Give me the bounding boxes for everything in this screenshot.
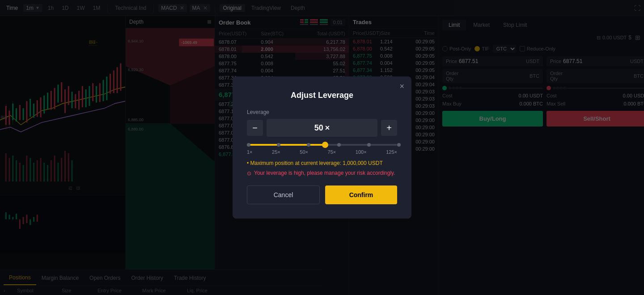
- modal-leverage-input-row: − 50 × +: [247, 119, 397, 137]
- slider-mark-125x: [397, 143, 401, 147]
- modal-title: Adjust Leverage: [247, 91, 397, 100]
- warning-icon: ⊙: [247, 170, 251, 177]
- modal-leverage-label: Leverage: [247, 109, 397, 115]
- modal-overlay: × Adjust Leverage Leverage − 50 × +: [0, 0, 644, 295]
- max-position-amount: 1,000,000: [343, 160, 366, 166]
- slider-mark-50x: [307, 143, 310, 147]
- modal-warning: ⊙ Your leverage is high, please manage y…: [247, 170, 397, 177]
- modal-buttons: Cancel Confirm: [247, 185, 397, 204]
- modal-slider-fill: [247, 144, 325, 146]
- leverage-input-display[interactable]: 50 ×: [267, 119, 377, 137]
- cancel-button[interactable]: Cancel: [247, 185, 320, 204]
- warning-text: Your leverage is high, please manage you…: [254, 170, 395, 176]
- slider-mark-100x: [367, 143, 371, 147]
- leverage-value: 50: [314, 123, 323, 133]
- leverage-increase-button[interactable]: +: [381, 120, 397, 136]
- modal-slider-labels: 1× 25× 50× 75× 100× 125×: [247, 149, 397, 155]
- modal-close-button[interactable]: ×: [399, 82, 404, 91]
- modal-slider-thumb[interactable]: [322, 142, 328, 148]
- slider-mark-75x: [337, 143, 341, 147]
- leverage-decrease-button[interactable]: −: [247, 120, 263, 136]
- max-position-unit: USDT: [368, 160, 383, 166]
- slider-mark-1x: [247, 143, 250, 147]
- modal-slider-area[interactable]: 1× 25× 50× 75× 100× 125×: [247, 144, 397, 155]
- leverage-symbol: ×: [325, 123, 330, 133]
- modal-max-position: • Maximum position at current leverage: …: [247, 160, 397, 166]
- modal-slider-track[interactable]: [247, 144, 397, 146]
- adjust-leverage-modal: × Adjust Leverage Leverage − 50 × +: [233, 76, 411, 219]
- slider-mark-25x: [277, 143, 280, 147]
- confirm-button[interactable]: Confirm: [325, 185, 397, 204]
